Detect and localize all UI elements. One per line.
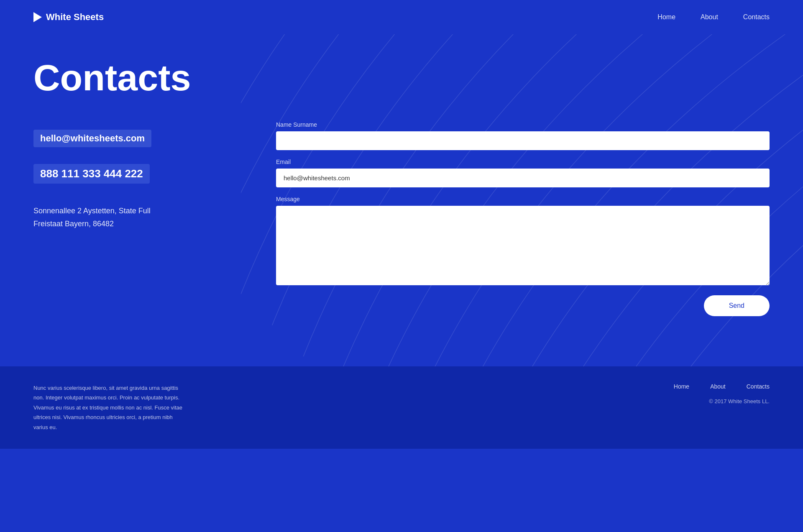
contact-info: hello@whitesheets.com 888 111 333 444 22… — [33, 121, 243, 230]
send-button[interactable]: Send — [704, 295, 770, 316]
page-title: Contacts — [33, 59, 770, 96]
name-form-group: Name Surname — [276, 121, 770, 150]
footer-nav: Home About Contacts — [674, 383, 770, 390]
address-line2: Freistaat Bayern, 86482 — [33, 217, 243, 230]
header: White Sheets Home About Contacts — [0, 0, 803, 34]
footer-nav-home[interactable]: Home — [674, 383, 689, 390]
page-content: Contacts hello@whitesheets.com 888 111 3… — [0, 34, 803, 333]
contact-form: Name Surname Email Message Send — [276, 121, 770, 316]
email-input[interactable] — [276, 169, 770, 187]
footer-right: Home About Contacts © 2017 White Sheets … — [674, 383, 770, 404]
footer-nav-about[interactable]: About — [710, 383, 726, 390]
message-label: Message — [276, 196, 770, 202]
name-input[interactable] — [276, 131, 770, 150]
main-content: Contacts hello@whitesheets.com 888 111 3… — [0, 34, 803, 366]
two-column-layout: hello@whitesheets.com 888 111 333 444 22… — [33, 121, 770, 316]
contact-address: Sonnenallee 2 Aystetten, State Full Frei… — [33, 205, 243, 230]
footer-nav-contacts[interactable]: Contacts — [747, 383, 770, 390]
nav-contacts[interactable]: Contacts — [743, 13, 770, 21]
footer-description: Nunc varius scelerisque libero, sit amet… — [33, 383, 184, 432]
email-label: Email — [276, 159, 770, 165]
contact-email: hello@whitesheets.com — [33, 130, 151, 147]
email-form-group: Email — [276, 159, 770, 187]
footer: Nunc varius scelerisque libero, sit amet… — [0, 366, 803, 449]
main-nav: Home About Contacts — [657, 13, 770, 21]
contact-phone-wrapper: 888 111 333 444 222 — [33, 164, 243, 205]
logo-play-icon — [33, 12, 42, 22]
address-line1: Sonnenallee 2 Aystetten, State Full — [33, 205, 243, 217]
name-label: Name Surname — [276, 121, 770, 128]
send-button-wrapper: Send — [276, 295, 770, 316]
message-textarea[interactable] — [276, 206, 770, 285]
logo-text: White Sheets — [46, 12, 104, 23]
logo[interactable]: White Sheets — [33, 12, 104, 23]
contact-email-wrapper: hello@whitesheets.com — [33, 130, 243, 164]
nav-home[interactable]: Home — [657, 13, 675, 21]
contact-form-wrapper: Name Surname Email Message Send — [276, 121, 770, 316]
contact-phone: 888 111 333 444 222 — [33, 164, 150, 184]
nav-about[interactable]: About — [701, 13, 718, 21]
footer-copyright: © 2017 White Sheets LL. — [709, 398, 770, 404]
message-form-group: Message — [276, 196, 770, 287]
